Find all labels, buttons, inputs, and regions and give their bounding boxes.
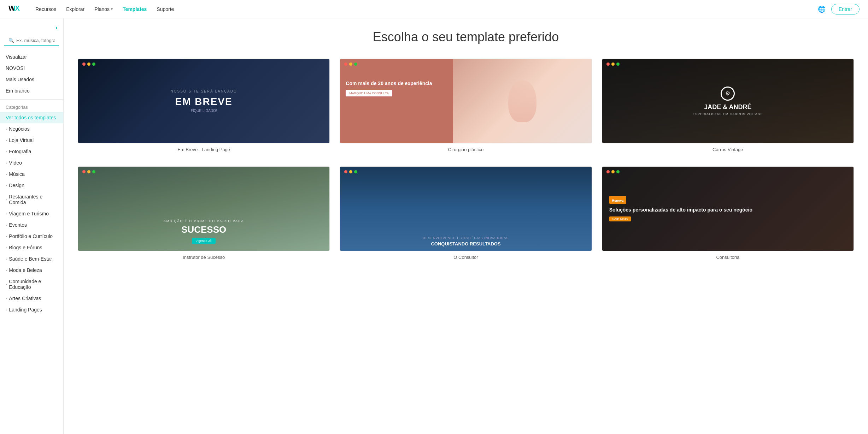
nav-templates[interactable]: Templates — [123, 6, 147, 12]
sidebar-item-visualizar[interactable]: Visualizar — [0, 51, 63, 63]
sidebar-item-blogs[interactable]: ›Blogs e Fóruns — [0, 242, 63, 253]
sidebar-categories-label: Categorias — [0, 102, 63, 112]
dot-yellow — [611, 170, 615, 173]
sidebar-item-artes[interactable]: ›Artes Criativas — [0, 293, 63, 304]
cirurgiao-right — [453, 59, 591, 143]
chevron-icon: › — [6, 127, 7, 131]
dot-red — [606, 170, 610, 173]
search-icon: 🔍 — [8, 38, 14, 43]
chevron-icon: › — [6, 257, 7, 261]
carros-content: ⚙ JADE & ANDRÉ ESPECIALISTAS EM CARROS V… — [693, 87, 763, 116]
layout: ‹ 🔍 Visualizar NOVOS! Mais Usados Em bra… — [0, 18, 868, 434]
cirurgiao-headline: Com mais de 30 anos de experiência — [346, 80, 447, 87]
sidebar-item-comunidade[interactable]: ›Comunidade e Educação — [0, 276, 63, 293]
carros-headline: JADE & ANDRÉ — [693, 103, 763, 111]
dot-green — [354, 63, 357, 66]
dot-red — [344, 170, 347, 173]
search-box: 🔍 — [4, 36, 59, 46]
template-name-cirurgiao: Cirurgião plástico — [340, 147, 592, 152]
chevron-icon: › — [6, 297, 7, 301]
template-name-consultor: O Consultor — [340, 255, 592, 260]
sidebar-collapse-button[interactable]: ‹ — [55, 24, 58, 31]
sidebar: ‹ 🔍 Visualizar NOVOS! Mais Usados Em bra… — [0, 18, 64, 434]
sidebar-toggle: ‹ — [0, 24, 63, 36]
embreve-content: NOSSO SITE SERÁ LANÇADO EM BREVE FIQUE L… — [171, 89, 237, 113]
template-card-carros[interactable]: ⚙ JADE & ANDRÉ ESPECIALISTAS EM CARROS V… — [602, 59, 854, 152]
header: W IX Recursos Explorar Planos ▾ Template… — [0, 0, 868, 18]
chevron-icon: › — [6, 212, 7, 216]
nav-recursos[interactable]: Recursos — [35, 6, 56, 12]
template-name-carros: Carros Vintage — [602, 147, 854, 152]
chevron-icon: › — [6, 184, 7, 188]
sidebar-item-eventos[interactable]: ›Eventos — [0, 219, 63, 231]
consultor-content: DESENVOLVENDO ESTRATÉGIAS INOVADORAS CON… — [423, 236, 509, 246]
template-thumb-embreve: NOSSO SITE SERÁ LANÇADO EM BREVE FIQUE L… — [78, 59, 330, 143]
page-title: Escolha o seu template preferido — [78, 30, 854, 44]
sidebar-item-portfolio[interactable]: ›Portfólio e Currículo — [0, 231, 63, 242]
chevron-icon: › — [6, 150, 7, 154]
chevron-icon: › — [6, 246, 7, 250]
dot-yellow — [349, 63, 352, 66]
sidebar-item-ver-todos[interactable]: Ver todos os templates — [0, 112, 63, 123]
chevron-icon: › — [6, 223, 7, 227]
template-name-sucesso: Instrutor de Sucesso — [78, 255, 330, 260]
template-thumb-consultor: DESENVOLVENDO ESTRATÉGIAS INOVADORAS CON… — [340, 166, 592, 251]
sidebar-item-moda[interactable]: ›Moda e Beleza — [0, 264, 63, 276]
dot-yellow — [611, 63, 615, 66]
globe-icon[interactable]: 🌐 — [818, 5, 826, 13]
chevron-icon: › — [6, 161, 7, 165]
sidebar-item-restaurantes[interactable]: ›Restaurantes e Comida — [0, 191, 63, 208]
sidebar-top-items: Visualizar NOVOS! Mais Usados Em branco — [0, 51, 63, 96]
template-card-cirurgiao[interactable]: Com mais de 30 anos de experiência MARQU… — [340, 59, 592, 152]
nav-explorar[interactable]: Explorar — [66, 6, 84, 12]
template-name-consultoria: Consultoria — [602, 255, 854, 260]
sidebar-item-saude[interactable]: ›Saúde e Bem-Estar — [0, 253, 63, 264]
header-left: W IX Recursos Explorar Planos ▾ Template… — [8, 5, 174, 14]
sidebar-item-fotografia[interactable]: ›Fotografia — [0, 146, 63, 157]
chevron-icon: › — [6, 172, 7, 176]
chevron-icon: › — [6, 234, 7, 238]
sucesso-content: AMBIÇÃO É O PRIMEIRO PASSO PARA SUCESSO … — [164, 219, 244, 244]
dot-yellow — [87, 63, 90, 66]
template-card-consultoria[interactable]: Renova Soluções personalizadas de alto i… — [602, 166, 854, 260]
template-thumb-cirurgiao: Com mais de 30 anos de experiência MARQU… — [340, 59, 592, 143]
sidebar-item-viagem[interactable]: ›Viagem e Turismo — [0, 208, 63, 219]
sidebar-item-novos[interactable]: NOVOS! — [0, 63, 63, 74]
wix-logo[interactable]: W IX — [8, 5, 24, 14]
embreve-sub: FIQUE LIGADO! — [171, 109, 237, 113]
window-dots — [606, 63, 620, 66]
chevron-icon: › — [6, 308, 7, 312]
sidebar-item-loja-virtual[interactable]: ›Loja Virtual — [0, 135, 63, 146]
dot-red — [82, 170, 86, 173]
dot-green — [92, 63, 95, 66]
template-card-consultor[interactable]: DESENVOLVENDO ESTRATÉGIAS INOVADORAS CON… — [340, 166, 592, 260]
window-dots — [82, 63, 95, 66]
nav-suporte[interactable]: Suporte — [157, 6, 174, 12]
svg-text:IX: IX — [13, 5, 20, 12]
sidebar-item-em-branco[interactable]: Em branco — [0, 85, 63, 96]
window-dots — [82, 170, 95, 173]
sidebar-item-mais-usados[interactable]: Mais Usados — [0, 74, 63, 85]
consultor-headline: CONQUISTANDO RESULTADOS — [423, 241, 509, 246]
search-input[interactable] — [16, 38, 55, 43]
sidebar-item-landing[interactable]: ›Landing Pages — [0, 304, 63, 315]
sidebar-divider — [0, 99, 63, 100]
consultoria-content: Renova Soluções personalizadas de alto i… — [609, 196, 752, 221]
nav-planos[interactable]: Planos ▾ — [94, 6, 113, 12]
cirurgiao-left: Com mais de 30 anos de experiência MARQU… — [340, 59, 453, 143]
template-card-sucesso[interactable]: AMBIÇÃO É O PRIMEIRO PASSO PARA SUCESSO … — [78, 166, 330, 260]
template-card-embreve[interactable]: NOSSO SITE SERÁ LANÇADO EM BREVE FIQUE L… — [78, 59, 330, 152]
sidebar-item-musica[interactable]: ›Música — [0, 168, 63, 180]
template-name-embreve: Em Breve - Landing Page — [78, 147, 330, 152]
entrar-button[interactable]: Entrar — [831, 4, 860, 14]
consultoria-btn: SAIB MAIS — [609, 216, 631, 221]
sidebar-item-video[interactable]: ›Vídeo — [0, 157, 63, 168]
chevron-icon: › — [6, 283, 7, 286]
dot-yellow — [87, 170, 90, 173]
sidebar-item-negocios[interactable]: ›Negócios — [0, 123, 63, 135]
dot-yellow — [349, 170, 352, 173]
template-thumb-sucesso: AMBIÇÃO É O PRIMEIRO PASSO PARA SUCESSO … — [78, 166, 330, 251]
sidebar-item-design[interactable]: ›Design — [0, 180, 63, 191]
window-dots — [344, 170, 357, 173]
chevron-icon: › — [6, 138, 7, 142]
